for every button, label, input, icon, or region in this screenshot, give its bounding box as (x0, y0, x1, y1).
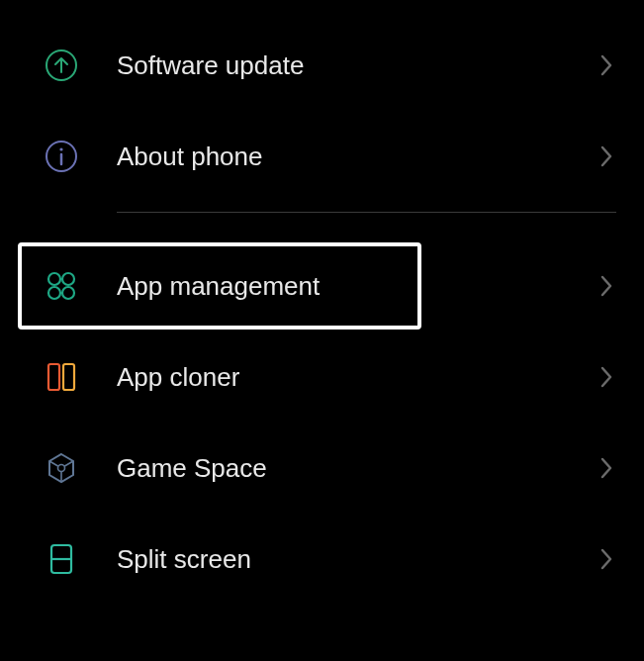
svg-point-7 (62, 287, 74, 299)
svg-point-4 (48, 273, 60, 285)
cube-icon (44, 450, 79, 486)
arrow-up-circle-icon (44, 47, 79, 83)
settings-item-about-phone[interactable]: About phone (0, 111, 644, 202)
info-circle-icon (44, 139, 79, 174)
settings-item-app-cloner[interactable]: App cloner (0, 331, 644, 423)
section-divider (117, 212, 616, 213)
settings-item-label: About phone (117, 142, 597, 172)
svg-point-10 (58, 465, 65, 472)
chevron-right-icon (597, 276, 616, 296)
split-screen-icon (44, 541, 79, 577)
settings-item-label: Split screen (117, 544, 597, 575)
svg-rect-9 (63, 364, 74, 390)
settings-item-label: App cloner (117, 362, 597, 393)
chevron-right-icon (597, 55, 616, 75)
chevron-right-icon (597, 367, 616, 387)
settings-list: Software update About phone (0, 0, 644, 605)
settings-item-label: App management (117, 271, 597, 302)
chevron-right-icon (597, 458, 616, 478)
settings-item-software-update[interactable]: Software update (0, 20, 644, 111)
svg-point-6 (48, 287, 60, 299)
settings-item-app-management[interactable]: App management (0, 240, 644, 331)
app-cloner-icon (44, 359, 79, 395)
chevron-right-icon (597, 146, 616, 166)
chevron-right-icon (597, 549, 616, 569)
settings-item-label: Software update (117, 50, 597, 81)
settings-item-game-space[interactable]: Game Space (0, 423, 644, 514)
settings-item-split-screen[interactable]: Split screen (0, 514, 644, 605)
svg-point-2 (59, 147, 62, 150)
svg-point-5 (62, 273, 74, 285)
svg-rect-8 (48, 364, 59, 390)
apps-grid-icon (44, 268, 79, 304)
settings-item-label: Game Space (117, 453, 597, 484)
